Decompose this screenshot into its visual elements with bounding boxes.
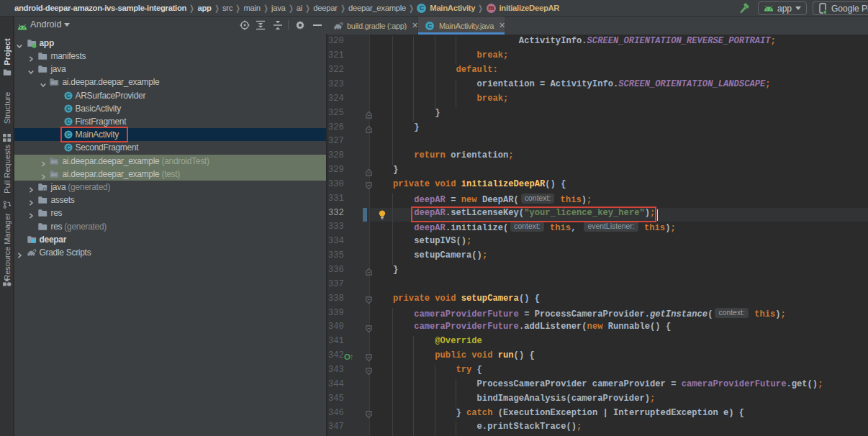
svg-text:C: C xyxy=(66,144,71,151)
svg-text:C: C xyxy=(66,118,71,125)
svg-text:C: C xyxy=(66,92,71,99)
svg-text:C: C xyxy=(66,105,71,112)
svg-text:C: C xyxy=(428,22,433,29)
